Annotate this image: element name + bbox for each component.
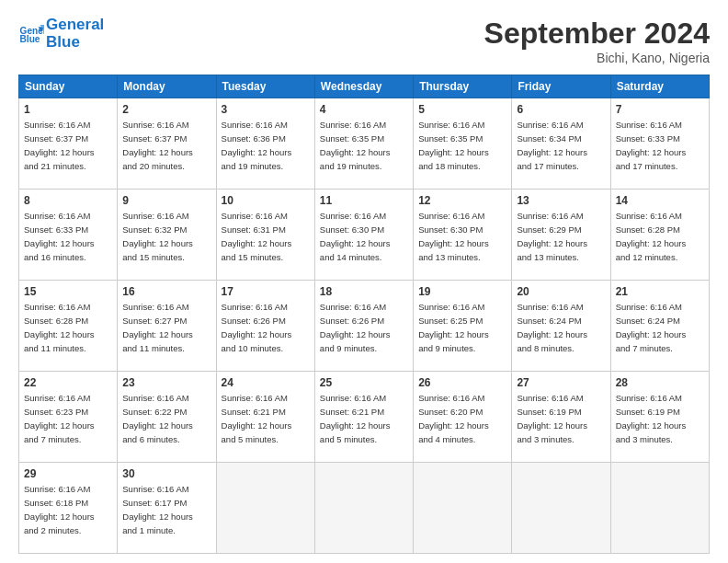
day-cell: 27Sunrise: 6:16 AM Sunset: 6:19 PM Dayli… [512,372,610,463]
day-info: Sunrise: 6:16 AM Sunset: 6:20 PM Dayligh… [418,393,489,443]
day-number: 30 [122,466,210,481]
day-cell: 1Sunrise: 6:16 AM Sunset: 6:37 PM Daylig… [19,98,118,190]
day-cell: 21Sunrise: 6:16 AM Sunset: 6:24 PM Dayli… [610,281,709,372]
day-info: Sunrise: 6:16 AM Sunset: 6:36 PM Dayligh… [222,120,292,170]
day-info: Sunrise: 6:16 AM Sunset: 6:28 PM Dayligh… [616,211,687,261]
day-info: Sunrise: 6:16 AM Sunset: 6:19 PM Dayligh… [517,393,587,443]
day-info: Sunrise: 6:16 AM Sunset: 6:35 PM Dayligh… [418,120,489,170]
day-number: 15 [24,284,112,299]
day-cell: 18Sunrise: 6:16 AM Sunset: 6:26 PM Dayli… [314,281,413,372]
day-info: Sunrise: 6:16 AM Sunset: 6:26 PM Dayligh… [320,302,391,352]
day-cell: 9Sunrise: 6:16 AM Sunset: 6:32 PM Daylig… [118,190,216,281]
day-cell [610,463,709,554]
logo-blue: Blue [46,34,104,52]
header: General Blue General Blue September 2024… [18,17,710,65]
day-number: 5 [418,102,506,117]
day-info: Sunrise: 6:16 AM Sunset: 6:31 PM Dayligh… [222,211,292,261]
day-number: 18 [320,284,408,299]
day-number: 16 [122,284,210,299]
day-cell: 2Sunrise: 6:16 AM Sunset: 6:37 PM Daylig… [118,98,216,190]
day-info: Sunrise: 6:16 AM Sunset: 6:27 PM Dayligh… [122,302,193,352]
day-info: Sunrise: 6:16 AM Sunset: 6:26 PM Dayligh… [222,302,292,352]
day-cell: 13Sunrise: 6:16 AM Sunset: 6:29 PM Dayli… [512,190,610,281]
day-cell: 8Sunrise: 6:16 AM Sunset: 6:33 PM Daylig… [19,190,118,281]
day-cell: 28Sunrise: 6:16 AM Sunset: 6:19 PM Dayli… [610,372,709,463]
day-info: Sunrise: 6:16 AM Sunset: 6:33 PM Dayligh… [24,211,95,261]
day-cell: 4Sunrise: 6:16 AM Sunset: 6:35 PM Daylig… [314,98,413,190]
day-cell [414,463,512,554]
day-cell: 22Sunrise: 6:16 AM Sunset: 6:23 PM Dayli… [19,372,118,463]
day-number: 21 [616,284,704,299]
weekday-thursday: Thursday [414,75,512,98]
weekday-monday: Monday [118,75,216,98]
day-cell: 29Sunrise: 6:16 AM Sunset: 6:18 PM Dayli… [19,463,118,554]
day-number: 17 [222,284,310,299]
month-title: September 2024 [484,17,710,51]
day-info: Sunrise: 6:16 AM Sunset: 6:17 PM Dayligh… [122,484,193,534]
week-row-4: 22Sunrise: 6:16 AM Sunset: 6:23 PM Dayli… [19,372,710,463]
day-cell: 7Sunrise: 6:16 AM Sunset: 6:33 PM Daylig… [610,98,709,190]
day-info: Sunrise: 6:16 AM Sunset: 6:35 PM Dayligh… [320,120,391,170]
day-cell: 26Sunrise: 6:16 AM Sunset: 6:20 PM Dayli… [414,372,512,463]
day-info: Sunrise: 6:16 AM Sunset: 6:32 PM Dayligh… [122,211,193,261]
logo-general: General [46,17,104,34]
day-info: Sunrise: 6:16 AM Sunset: 6:37 PM Dayligh… [122,120,193,170]
day-number: 12 [418,193,506,208]
day-info: Sunrise: 6:16 AM Sunset: 6:18 PM Dayligh… [24,484,95,534]
day-info: Sunrise: 6:16 AM Sunset: 6:30 PM Dayligh… [320,211,391,261]
day-number: 9 [122,193,210,208]
day-info: Sunrise: 6:16 AM Sunset: 6:24 PM Dayligh… [517,302,587,352]
day-cell: 30Sunrise: 6:16 AM Sunset: 6:17 PM Dayli… [118,463,216,554]
weekday-header-row: SundayMondayTuesdayWednesdayThursdayFrid… [19,75,710,98]
day-number: 27 [517,375,605,390]
weekday-wednesday: Wednesday [314,75,413,98]
day-cell: 3Sunrise: 6:16 AM Sunset: 6:36 PM Daylig… [216,98,314,190]
weekday-friday: Friday [512,75,610,98]
day-number: 1 [24,102,112,117]
logo-icon: General Blue [18,21,44,47]
day-number: 25 [320,375,408,390]
day-cell [512,463,610,554]
title-block: September 2024 Bichi, Kano, Nigeria [484,17,710,65]
calendar-table: SundayMondayTuesdayWednesdayThursdayFrid… [18,75,710,554]
day-info: Sunrise: 6:16 AM Sunset: 6:37 PM Dayligh… [24,120,95,170]
day-cell: 14Sunrise: 6:16 AM Sunset: 6:28 PM Dayli… [610,190,709,281]
day-info: Sunrise: 6:16 AM Sunset: 6:22 PM Dayligh… [122,393,193,443]
day-cell: 5Sunrise: 6:16 AM Sunset: 6:35 PM Daylig… [414,98,512,190]
week-row-3: 15Sunrise: 6:16 AM Sunset: 6:28 PM Dayli… [19,281,710,372]
day-cell: 25Sunrise: 6:16 AM Sunset: 6:21 PM Dayli… [314,372,413,463]
day-number: 20 [517,284,605,299]
day-number: 8 [24,193,112,208]
day-cell [216,463,314,554]
day-info: Sunrise: 6:16 AM Sunset: 6:19 PM Dayligh… [616,393,687,443]
day-number: 10 [222,193,310,208]
day-number: 7 [616,102,704,117]
day-number: 4 [320,102,408,117]
page: General Blue General Blue September 2024… [0,0,728,563]
day-cell: 12Sunrise: 6:16 AM Sunset: 6:30 PM Dayli… [414,190,512,281]
day-cell: 6Sunrise: 6:16 AM Sunset: 6:34 PM Daylig… [512,98,610,190]
day-cell: 10Sunrise: 6:16 AM Sunset: 6:31 PM Dayli… [216,190,314,281]
day-number: 29 [24,466,112,481]
week-row-2: 8Sunrise: 6:16 AM Sunset: 6:33 PM Daylig… [19,190,710,281]
day-number: 23 [122,375,210,390]
day-number: 13 [517,193,605,208]
day-cell: 16Sunrise: 6:16 AM Sunset: 6:27 PM Dayli… [118,281,216,372]
day-info: Sunrise: 6:16 AM Sunset: 6:30 PM Dayligh… [418,211,489,261]
week-row-5: 29Sunrise: 6:16 AM Sunset: 6:18 PM Dayli… [19,463,710,554]
day-info: Sunrise: 6:16 AM Sunset: 6:21 PM Dayligh… [320,393,391,443]
weekday-sunday: Sunday [19,75,118,98]
day-number: 26 [418,375,506,390]
weekday-tuesday: Tuesday [216,75,314,98]
week-row-1: 1Sunrise: 6:16 AM Sunset: 6:37 PM Daylig… [19,98,710,190]
day-info: Sunrise: 6:16 AM Sunset: 6:28 PM Dayligh… [24,302,95,352]
day-number: 2 [122,102,210,117]
day-info: Sunrise: 6:16 AM Sunset: 6:29 PM Dayligh… [517,211,587,261]
location-title: Bichi, Kano, Nigeria [484,51,710,65]
day-number: 14 [616,193,704,208]
day-cell [314,463,413,554]
day-number: 28 [616,375,704,390]
day-number: 19 [418,284,506,299]
day-cell: 24Sunrise: 6:16 AM Sunset: 6:21 PM Dayli… [216,372,314,463]
day-number: 3 [222,102,310,117]
